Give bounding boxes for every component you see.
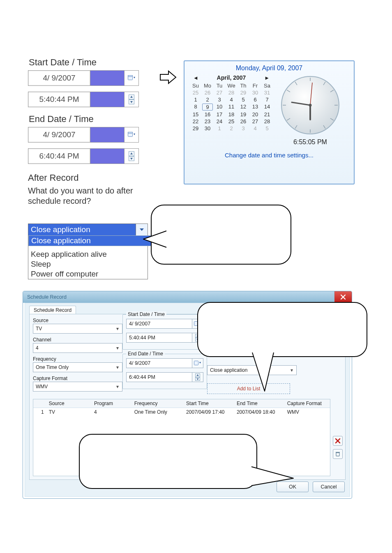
calendar-grid[interactable]: SuMoTuWeThFrSa25262728293031123456789101…: [190, 83, 272, 131]
calendar-day[interactable]: 2: [226, 125, 237, 131]
calendar-day[interactable]: 23: [202, 118, 213, 124]
calendar-day[interactable]: 2: [202, 97, 213, 103]
spinner-icon: [195, 373, 200, 381]
after-record-list[interactable]: Close applicationKeep application aliveS…: [28, 235, 148, 279]
calendar-day[interactable]: 1: [190, 97, 201, 103]
cancel-button[interactable]: Cancel: [313, 482, 345, 492]
callout-after-record: [151, 205, 291, 265]
calendar-day[interactable]: 18: [226, 111, 237, 118]
source-select[interactable]: TV▾: [33, 324, 122, 334]
delete-item-button[interactable]: [333, 436, 343, 446]
calendar-day[interactable]: 15: [190, 111, 201, 118]
clear-list-button[interactable]: [333, 449, 343, 459]
table-row[interactable]: 1TV4One Time Only2007/04/09 17:402007/04…: [33, 408, 330, 416]
calendar-day[interactable]: 14: [262, 104, 272, 111]
calendar-day[interactable]: 3: [238, 125, 249, 131]
channel-select[interactable]: 4▾: [33, 343, 122, 353]
start-date-picker-button[interactable]: [124, 70, 139, 86]
end-datetime-fieldset: End Date / Time 4/ 9/2007 6:40:44 PM: [122, 354, 207, 389]
calendar-day[interactable]: 29: [190, 125, 201, 131]
calendar-day[interactable]: 4: [226, 97, 237, 103]
start-date-row[interactable]: 4/ 9/2007: [28, 70, 151, 86]
calendar-day[interactable]: 4: [250, 125, 261, 131]
calendar-day[interactable]: 9: [202, 104, 213, 111]
calendar-day[interactable]: 3: [214, 97, 225, 103]
calendar-day[interactable]: 6: [250, 97, 261, 103]
calendar-day[interactable]: 30: [250, 90, 261, 96]
calendar-day[interactable]: 17: [214, 111, 225, 118]
window-close-button[interactable]: [334, 291, 352, 303]
win-end-time[interactable]: 6:40:44 PM: [126, 372, 203, 382]
calendar-day[interactable]: 28: [262, 118, 272, 124]
calendar-day[interactable]: 31: [262, 90, 272, 96]
chevron-down-icon: ▾: [115, 364, 120, 370]
window-title: Schedule Record: [27, 294, 67, 300]
start-time-spinner[interactable]: [124, 92, 139, 107]
calendar-day[interactable]: 7: [262, 97, 272, 103]
calendar-day[interactable]: 12: [238, 104, 249, 111]
chevron-down-icon: ▾: [289, 367, 295, 373]
calendar-day[interactable]: 27: [250, 118, 261, 124]
end-time-input[interactable]: 6:40:44 PM: [28, 148, 90, 164]
end-date-picker-button[interactable]: [124, 127, 139, 143]
calendar-day[interactable]: 20: [250, 111, 261, 118]
start-time-row[interactable]: 5:40:44 PM: [28, 92, 151, 107]
calendar-day[interactable]: 22: [190, 118, 201, 124]
calendar-day[interactable]: 27: [214, 90, 225, 96]
calendar-day[interactable]: 29: [238, 90, 249, 96]
calendar-day[interactable]: 8: [190, 104, 201, 111]
popup-digital-time: 6:55:05 PM: [293, 138, 327, 146]
date-picker-button[interactable]: [192, 359, 203, 368]
datetime-popup: Monday, April 09, 2007 ◂ April, 2007 ▸ S…: [184, 60, 355, 184]
calendar-next-button[interactable]: ▸: [264, 74, 270, 81]
end-date-row[interactable]: 4/ 9/2007: [28, 127, 151, 143]
calendar-dow: Tu: [214, 83, 225, 89]
spinner-icon: [129, 94, 134, 104]
win-start-time[interactable]: 5:40:44 PM: [126, 333, 203, 343]
delete-icon: [335, 438, 341, 444]
calendar-day[interactable]: 30: [202, 125, 213, 131]
format-select[interactable]: WMV▾: [33, 382, 122, 392]
channel-label: Channel: [33, 337, 118, 343]
calendar-day[interactable]: 5: [238, 97, 249, 103]
calendar-prev-button[interactable]: ◂: [193, 74, 198, 81]
svg-rect-1: [128, 76, 133, 77]
time-spinner[interactable]: [192, 373, 203, 382]
trash-icon: [335, 451, 341, 457]
calendar-day[interactable]: 5: [262, 125, 272, 131]
calendar-day[interactable]: 11: [226, 104, 237, 111]
calendar-day[interactable]: 10: [214, 104, 225, 111]
end-time-row[interactable]: 6:40:44 PM: [28, 148, 151, 164]
calendar-dropdown-icon: [128, 75, 135, 81]
calendar-day[interactable]: 21: [262, 111, 272, 118]
start-date-input[interactable]: 4/ 9/2007: [28, 70, 90, 86]
calendar-day[interactable]: 25: [190, 90, 201, 96]
window-titlebar[interactable]: Schedule Record: [23, 291, 352, 303]
calendar-day[interactable]: 26: [238, 118, 249, 124]
win-start-date[interactable]: 4/ 9/2007: [126, 319, 203, 329]
calendar[interactable]: ◂ April, 2007 ▸ SuMoTuWeThFrSa2526272829…: [190, 74, 272, 146]
after-record-option[interactable]: Keep application alive: [28, 249, 148, 259]
calendar-day[interactable]: 25: [226, 118, 237, 124]
after-record-option[interactable]: Sleep: [28, 259, 148, 269]
calendar-day[interactable]: 1: [214, 125, 225, 131]
after-record-combo[interactable]: Close application Close applicationKeep …: [28, 224, 148, 279]
tab-schedule-record[interactable]: Schedule Record: [29, 306, 76, 314]
calendar-day[interactable]: 13: [250, 104, 261, 111]
change-datetime-link[interactable]: Change date and time settings...: [184, 152, 354, 159]
list-header: Source Program Frequency Start Time End …: [33, 399, 330, 408]
frequency-select[interactable]: One Time Only▾: [33, 362, 122, 372]
calendar-day[interactable]: 19: [238, 111, 249, 118]
start-time-input[interactable]: 5:40:44 PM: [28, 92, 90, 107]
win-end-date[interactable]: 4/ 9/2007: [126, 358, 203, 368]
end-date-input[interactable]: 4/ 9/2007: [28, 127, 90, 143]
calendar-day[interactable]: 26: [202, 90, 213, 96]
after-record-option[interactable]: Close application: [28, 235, 153, 246]
svg-rect-5: [128, 132, 133, 134]
end-time-spinner[interactable]: [124, 148, 139, 164]
calendar-day[interactable]: 16: [202, 111, 213, 118]
after-record-option[interactable]: Power off computer: [28, 269, 148, 279]
calendar-day[interactable]: 28: [226, 90, 237, 96]
callout-add-to-list: [197, 302, 367, 357]
calendar-day[interactable]: 24: [214, 118, 225, 124]
